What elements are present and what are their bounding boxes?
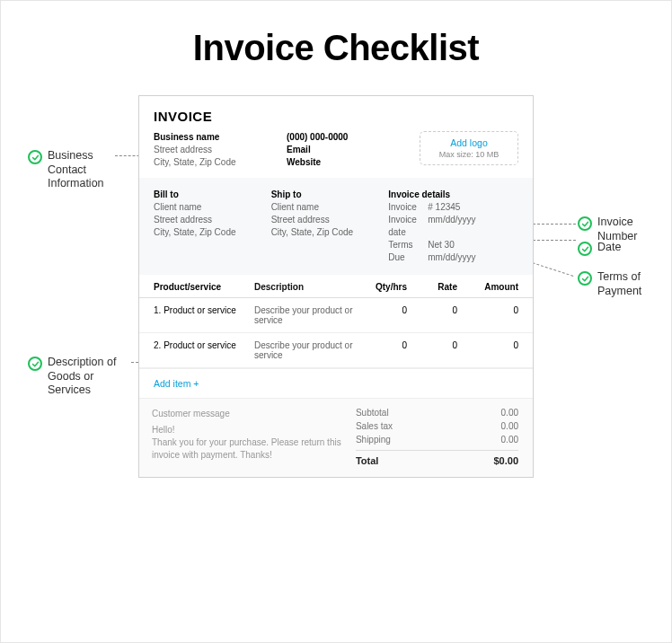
callout-label: Description of Goods or Services — [48, 356, 116, 398]
business-city: City, State, Zip Code — [154, 156, 276, 169]
shipto-city: City, State, Zip Code — [271, 226, 380, 239]
table-header: Product/service Description Qty/hrs Rate… — [139, 275, 533, 298]
row-num: 2. — [154, 340, 161, 350]
col-amount: Amount — [457, 282, 518, 292]
check-icon — [578, 271, 592, 286]
invoice-num-label: Invoice — [388, 201, 422, 214]
row-desc: Describe your product or service — [254, 340, 362, 360]
row-rate: 0 — [407, 340, 457, 350]
check-icon — [578, 216, 592, 231]
subtotal-label: Subtotal — [356, 408, 389, 418]
due-label: Due — [388, 251, 422, 264]
business-street: Street address — [154, 144, 276, 156]
col-rate: Rate — [407, 282, 457, 292]
add-logo-link[interactable]: Add logo — [429, 137, 508, 148]
diagram-stage: Business Contact Information Description… — [19, 95, 653, 478]
invoice-num-value: # 12345 — [428, 201, 460, 214]
business-name: Business name — [154, 131, 276, 144]
billto-city: City, State, Zip Code — [154, 226, 262, 239]
details-title: Invoice details — [388, 189, 518, 201]
callout-invoice-number: Invoice Number — [578, 216, 653, 243]
col-product: Product/service — [154, 282, 254, 292]
page-title: Invoice Checklist — [19, 28, 653, 68]
callout-label: Invoice Number — [597, 216, 653, 243]
shipto-street: Street address — [271, 214, 380, 226]
tax-label: Sales tax — [356, 421, 393, 431]
tax-value: 0.00 — [501, 421, 518, 431]
page-frame: Invoice Checklist Business Contact Infor… — [0, 0, 672, 643]
max-size-text: Max size: 10 MB — [429, 150, 508, 159]
terms-label: Terms — [388, 239, 422, 251]
invoice-card: INVOICE Business name Street address Cit… — [138, 95, 534, 478]
subtotal-value: 0.00 — [501, 408, 518, 418]
callout-terms-payment: Terms of Payment — [578, 270, 641, 298]
total-value: $0.00 — [493, 455, 518, 466]
shipping-label: Shipping — [356, 435, 391, 445]
add-logo-box[interactable]: Add logo Max size: 10 MB — [420, 131, 518, 165]
callout-label: Date — [597, 241, 621, 255]
invoice-heading: INVOICE — [154, 109, 518, 124]
invoice-date-value: mm/dd/yyyy — [428, 214, 475, 239]
row-amount: 0 — [457, 305, 518, 315]
row-product: Product or service — [164, 340, 236, 350]
billto-street: Street address — [154, 214, 262, 226]
callout-description-goods: Description of Goods or Services — [28, 356, 116, 398]
callout-business-contact: Business Contact Information — [28, 149, 104, 191]
callout-label: Business Contact Information — [48, 149, 104, 191]
row-num: 1. — [154, 305, 161, 315]
check-icon — [578, 242, 592, 256]
customer-message-title: Customer message — [152, 408, 343, 420]
customer-message-body: Hello! Thank you for your purchase. Plea… — [152, 424, 343, 462]
row-rate: 0 — [407, 305, 457, 315]
shipto-title: Ship to — [271, 189, 380, 201]
row-qty: 0 — [362, 305, 407, 315]
business-email: Email — [287, 144, 409, 156]
row-desc: Describe your product or service — [254, 305, 362, 325]
col-qty: Qty/hrs — [362, 282, 407, 292]
shipto-name: Client name — [271, 201, 380, 214]
business-website: Website — [287, 156, 409, 169]
due-value: mm/dd/yyyy — [428, 251, 475, 264]
check-icon — [28, 357, 42, 371]
total-label: Total — [356, 455, 378, 466]
shipping-value: 0.00 — [501, 435, 518, 445]
invoice-date-label: Invoice date — [388, 214, 422, 239]
table-row: 1. Product or service Describe your prod… — [139, 298, 533, 333]
billto-title: Bill to — [154, 189, 262, 201]
callout-label: Terms of Payment — [597, 270, 641, 298]
col-description: Description — [254, 282, 362, 292]
business-phone: (000) 000-0000 — [287, 131, 409, 144]
check-icon — [28, 150, 42, 164]
recipient-details-block: Bill to Client name Street address City,… — [139, 178, 533, 275]
row-amount: 0 — [457, 340, 518, 350]
table-row: 2. Product or service Describe your prod… — [139, 333, 533, 368]
callout-date: Date — [578, 241, 621, 256]
row-qty: 0 — [362, 340, 407, 350]
row-product: Product or service — [164, 305, 236, 315]
billto-name: Client name — [154, 201, 262, 214]
add-item-link[interactable]: Add item + — [139, 368, 533, 398]
invoice-footer: Customer message Hello! Thank you for yo… — [139, 398, 533, 477]
terms-value: Net 30 — [428, 239, 454, 251]
